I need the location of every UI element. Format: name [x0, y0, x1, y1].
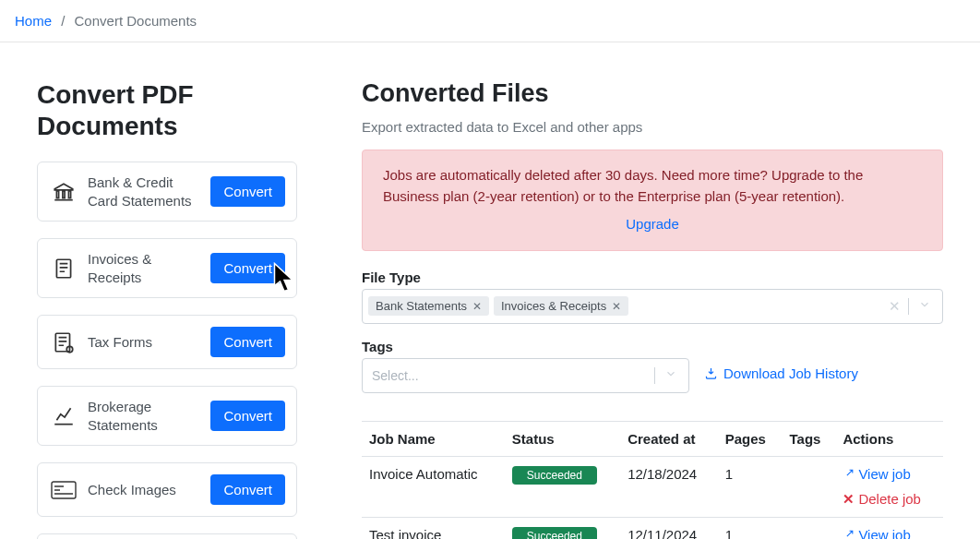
convert-button[interactable]: Convert [210, 401, 285, 431]
col-job: Job Name [362, 421, 505, 456]
breadcrumb: Home / Convert Documents [0, 0, 980, 42]
left-panel: Convert PDF Documents Bank & Credit Card… [37, 79, 297, 539]
card-label: Tax Forms [88, 333, 201, 352]
table-row: Invoice Automatic Succeeded 12/18/2024 1… [362, 456, 943, 517]
status-badge: Succeeded [512, 527, 597, 540]
cell-created: 12/11/2024 [620, 517, 718, 539]
svg-rect-2 [68, 191, 70, 198]
cell-pages: 1 [718, 517, 783, 539]
right-title: Converted Files [362, 79, 943, 108]
bank-icon [49, 177, 78, 207]
card-brokerage: Brokerage Statements Convert [37, 386, 297, 446]
cell-tags [783, 456, 836, 517]
alert-text: Jobs are automatically deleted after 30 … [383, 167, 863, 204]
cell-pages: 1 [718, 456, 783, 517]
convert-button[interactable]: Convert [210, 253, 285, 283]
breadcrumb-sep: / [61, 13, 65, 29]
right-panel: Converted Files Export extracted data to… [362, 79, 943, 539]
card-invoices: Invoices & Receipts Convert [37, 238, 297, 298]
breadcrumb-current: Convert Documents [75, 13, 197, 29]
card-label: Brokerage Statements [88, 398, 201, 434]
upgrade-link[interactable]: Upgrade [383, 214, 922, 235]
col-created: Created at [620, 421, 718, 456]
convert-button[interactable]: Convert [210, 327, 285, 357]
svg-rect-1 [63, 191, 65, 198]
share-icon [843, 468, 855, 480]
svg-rect-3 [56, 259, 70, 278]
tags-placeholder: Select... [368, 368, 654, 383]
cell-job: Test invoice [362, 517, 505, 539]
status-badge: Succeeded [512, 466, 597, 485]
filetype-label: File Type [362, 270, 943, 285]
chevron-down-icon[interactable] [654, 367, 683, 384]
table-row: Test invoice Succeeded 12/11/2024 1 View… [362, 517, 943, 539]
view-job-link[interactable]: View job [843, 466, 910, 482]
clear-all-icon[interactable]: ✕ [878, 298, 908, 315]
receipt-icon [49, 254, 78, 283]
breadcrumb-home[interactable]: Home [15, 13, 52, 29]
filetype-select[interactable]: Bank Statements ✕ Invoices & Receipts ✕ … [362, 289, 943, 324]
card-tax-forms: Tax Forms Convert [37, 315, 297, 369]
subtitle: Export extracted data to Excel and other… [362, 119, 943, 135]
remove-pill-icon[interactable]: ✕ [612, 300, 621, 313]
card-label: Check Images [88, 481, 201, 499]
col-pages: Pages [718, 421, 783, 456]
filetype-pill: Invoices & Receipts ✕ [494, 296, 628, 316]
tags-select[interactable]: Select... [362, 358, 689, 393]
filetype-pill: Bank Statements ✕ [368, 296, 489, 316]
tax-form-icon [49, 328, 78, 357]
download-history-link[interactable]: Download Job History [704, 365, 858, 381]
tags-label: Tags [362, 339, 943, 354]
card-label: Bank & Credit Card Statements [88, 174, 201, 210]
cell-tags [783, 517, 836, 539]
col-actions: Actions [835, 421, 943, 456]
card-other-documents: Other documents Convert [37, 533, 297, 539]
cell-created: 12/18/2024 [620, 456, 718, 517]
view-job-link[interactable]: View job [843, 527, 910, 540]
cell-job: Invoice Automatic [362, 456, 505, 517]
check-icon [49, 475, 78, 505]
col-tags: Tags [783, 421, 836, 456]
card-check-images: Check Images Convert [37, 462, 297, 517]
x-icon: ✕ [843, 491, 855, 508]
delete-job-link[interactable]: ✕ Delete job [843, 491, 921, 508]
jobs-table: Job Name Status Created at Pages Tags Ac… [362, 421, 943, 540]
convert-button[interactable]: Convert [210, 176, 285, 207]
chart-icon [49, 401, 78, 431]
remove-pill-icon[interactable]: ✕ [472, 300, 482, 313]
convert-button[interactable]: Convert [210, 474, 285, 505]
card-label: Invoices & Receipts [88, 250, 201, 286]
chevron-down-icon[interactable] [908, 298, 937, 315]
col-status: Status [505, 421, 620, 456]
download-icon [704, 366, 718, 380]
card-bank-statements: Bank & Credit Card Statements Convert [37, 162, 297, 222]
retention-alert: Jobs are automatically deleted after 30 … [362, 150, 943, 251]
left-title: Convert PDF Documents [37, 79, 297, 141]
svg-rect-0 [56, 191, 58, 198]
share-icon [843, 529, 855, 540]
